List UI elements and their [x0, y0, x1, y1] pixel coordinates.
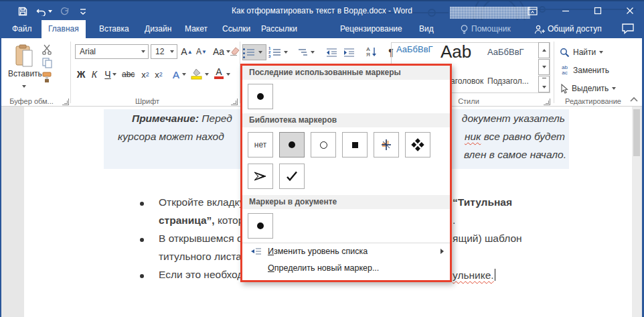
copy-button[interactable]	[42, 58, 54, 68]
list-item-3-left: Если это необходи	[159, 269, 249, 281]
colored-clover-bullet-icon	[380, 139, 392, 151]
find-button[interactable]: Найти	[560, 44, 603, 60]
tab-design[interactable]: Дизайн	[138, 20, 178, 38]
list-bullet-2	[140, 238, 144, 242]
style-cell-subtitle[interactable]: АаБбВвГ Подзагол...	[487, 44, 524, 90]
text-effects-button[interactable]: А	[170, 67, 182, 82]
list-item-2-left: В открывшемся ок	[159, 233, 247, 245]
change-list-level-item[interactable]: Изменить уровень списка	[242, 243, 450, 260]
scrollbar-thumb[interactable]	[633, 109, 640, 156]
tab-mailings[interactable]: Рассылки	[254, 20, 304, 38]
share-button[interactable]: Общий доступ	[533, 20, 609, 38]
highlight-arrow[interactable]	[205, 73, 209, 76]
styles-scroll-down[interactable]	[538, 59, 550, 75]
save-button[interactable]	[15, 5, 31, 18]
minimize-button[interactable]	[554, 1, 577, 20]
paste-button[interactable]: Вставить	[8, 43, 40, 94]
bullet-colored-clover[interactable]	[374, 132, 399, 157]
font-color-swatch	[214, 76, 224, 79]
multilevel-list-button[interactable]	[295, 44, 319, 60]
tab-layout[interactable]: Макет	[178, 20, 214, 38]
bullet-library-dropdown: Последние использованные маркеры Библиот…	[240, 64, 452, 282]
find-arrow	[599, 51, 603, 54]
change-case-button[interactable]: Aa	[213, 44, 230, 59]
customize-quick-access-icon[interactable]	[75, 5, 91, 18]
shrink-font-button[interactable]: А▼	[195, 44, 208, 59]
tab-view[interactable]: Вид	[412, 20, 440, 38]
document-bullet-filled-circle[interactable]	[248, 213, 273, 239]
select-button[interactable]: Выделить	[560, 80, 616, 97]
checkmark-bullet-icon	[286, 171, 298, 182]
tab-assistant[interactable]: Помощник	[458, 20, 517, 38]
styles-scroll-up[interactable]	[538, 42, 550, 58]
tab-home[interactable]: Главная	[42, 20, 86, 38]
strikethrough-button[interactable]: abc	[122, 67, 135, 82]
bullet-library-header: Библиотека маркеров	[242, 113, 450, 127]
format-painter-button[interactable]	[42, 71, 54, 83]
close-button[interactable]	[619, 1, 641, 20]
search-icon	[560, 48, 570, 58]
undo-button[interactable]	[33, 5, 55, 18]
tab-insert[interactable]: Вставка	[92, 20, 136, 38]
tab-file[interactable]: Файл	[5, 20, 39, 38]
clipboard-icon	[14, 44, 34, 68]
bullet-four-diamonds[interactable]	[405, 132, 430, 157]
italic-button[interactable]: К	[88, 67, 100, 82]
font-size-combo[interactable]: 12	[151, 44, 177, 59]
numbering-arrow	[284, 51, 288, 54]
bullet-filled-circle[interactable]	[279, 132, 305, 157]
font-family-combo[interactable]: Arial	[75, 44, 149, 59]
styles-dialog-launcher[interactable]	[544, 99, 550, 105]
comment-icon[interactable]	[621, 23, 635, 34]
highlight-button[interactable]	[190, 68, 204, 80]
maximize-button[interactable]	[586, 1, 609, 20]
text-effects-arrow[interactable]	[182, 73, 186, 76]
document-bullets-header: Маркеры в документе	[242, 195, 450, 209]
collapse-ribbon-button[interactable]	[629, 96, 639, 103]
underline-options-arrow[interactable]	[112, 73, 116, 76]
styles-more-button[interactable]	[538, 76, 550, 92]
subscript-button[interactable]: х2	[139, 67, 151, 82]
bullet-open-circle[interactable]	[311, 132, 336, 157]
clipboard-dialog-launcher[interactable]	[62, 99, 69, 105]
clipboard-group-label: Буфер обм...	[3, 97, 60, 105]
replace-icon: abac	[560, 65, 570, 76]
blurred-account-name	[450, 7, 530, 19]
list-item-1-cont: страница”, котора	[159, 214, 250, 227]
font-dialog-launcher[interactable]	[231, 99, 238, 105]
recent-bullets-header: Последние использованные маркеры	[242, 66, 450, 80]
define-new-bullet-item[interactable]: Определить новый маркер...	[242, 260, 450, 277]
bullet-arrowhead[interactable]	[248, 164, 273, 189]
superscript-button[interactable]: х2	[153, 67, 165, 82]
decrease-indent-button[interactable]	[324, 44, 339, 60]
note-line-2-right: ник все равно будет	[465, 131, 565, 143]
bullet-square[interactable]	[342, 132, 368, 157]
clear-formatting-button[interactable]	[229, 46, 240, 56]
chevron-down-icon	[141, 50, 145, 53]
list-item-3-right: ульнике.	[453, 269, 495, 281]
bullet-checkmark[interactable]	[279, 164, 305, 189]
bold-button[interactable]: Ж	[75, 67, 87, 82]
recent-bullet-filled-circle[interactable]	[248, 84, 273, 109]
window-title: Как отформатировать текст в Ворде.docx -…	[0, 6, 644, 15]
list-item-1-cont-right: .	[453, 214, 455, 227]
font-color-button[interactable]: А	[213, 66, 225, 80]
sort-button[interactable]: А Я	[363, 44, 380, 60]
tab-review[interactable]: Рецензирование	[333, 20, 409, 38]
numbering-button[interactable]: 1 2 3	[269, 44, 292, 60]
replace-button[interactable]: abac Заменить	[560, 62, 609, 78]
font-color-arrow[interactable]	[226, 73, 230, 76]
tab-references[interactable]: Ссылки	[216, 20, 257, 38]
cursor-arrow-icon	[560, 84, 568, 94]
square-bullet-icon	[352, 142, 358, 148]
note-line-1-right: документ указатель	[462, 113, 565, 125]
cut-button[interactable]	[42, 44, 54, 55]
increase-indent-button[interactable]	[341, 44, 356, 60]
grow-font-button[interactable]: А▲	[181, 44, 193, 59]
list-item-2-right: ящий) шаблон	[453, 233, 522, 245]
bullets-button[interactable]	[242, 44, 266, 60]
bullet-none[interactable]: нет	[248, 132, 273, 157]
multilevel-list-icon	[299, 48, 307, 57]
ribbon-display-options-button[interactable]	[521, 1, 544, 20]
redo-button[interactable]	[56, 5, 72, 18]
